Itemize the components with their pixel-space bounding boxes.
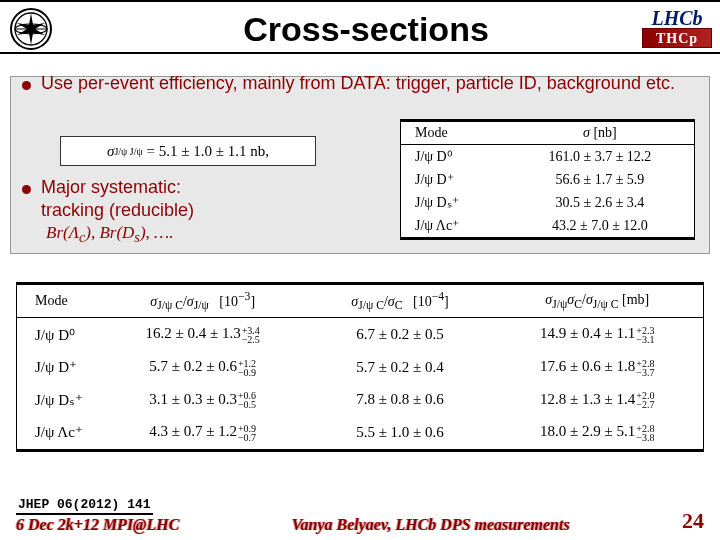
slide-title: Cross-sections bbox=[62, 10, 710, 49]
bullet-2a-text: Major systematic: bbox=[41, 176, 194, 199]
bullet-2: Major systematic: tracking (reducible) B… bbox=[22, 176, 372, 246]
footer: JHEP 06(2012) 141 6 Dec 2k+12 MPI@LHC Va… bbox=[0, 497, 720, 534]
slide: Cross-sections LHCb ТНСр Use per-event e… bbox=[0, 0, 720, 540]
bullet-1: Use per-event efficiency, mainly from DA… bbox=[22, 72, 698, 95]
th-mode: Mode bbox=[401, 121, 506, 145]
footer-left: JHEP 06(2012) 141 6 Dec 2k+12 MPI@LHC bbox=[16, 497, 179, 534]
th-mode: Mode bbox=[17, 284, 97, 318]
lhcb-text: LHCb bbox=[642, 8, 712, 28]
th-sigma: σ [nb] bbox=[506, 121, 694, 145]
bullet-2b-text: tracking (reducible) bbox=[41, 199, 194, 222]
author-label: Vanya Belyaev, LHCb DPS measurements bbox=[292, 516, 570, 534]
th-r2: σJ/ψ C/σC [10−4] bbox=[308, 284, 491, 318]
reference-label: JHEP 06(2012) 141 bbox=[16, 497, 153, 515]
conference-label: 6 Dec 2k+12 MPI@LHC bbox=[16, 516, 179, 534]
bullet-dot-icon bbox=[22, 81, 31, 90]
table-row: J/ψ Dₛ⁺30.5 ± 2.6 ± 3.4 bbox=[401, 191, 694, 214]
table-row: J/ψ D⁺ 5.7 ± 0.2 ± 0.6+1.2−0.9 5.7 ± 0.2… bbox=[17, 351, 703, 384]
th-r3: σJ/ψσC/σJ/ψ C [mb] bbox=[492, 284, 703, 318]
table-row: J/ψ Dₛ⁺ 3.1 ± 0.3 ± 0.3+0.6−0.5 7.8 ± 0.… bbox=[17, 384, 703, 417]
table-header-row: Mode σJ/ψ C/σJ/ψ [10−3] σJ/ψ C/σC [10−4]… bbox=[17, 284, 703, 318]
th-r1: σJ/ψ C/σJ/ψ [10−3] bbox=[97, 284, 308, 318]
bullet-2-sub: Br(Λc), Br(Ds), …. bbox=[46, 223, 372, 246]
table-row: J/ψ D⁰161.0 ± 3.7 ± 12.2 bbox=[401, 145, 694, 169]
formula-box: σJ/ψ J/ψ = 5.1 ± 1.0 ± 1.1 nb, bbox=[60, 136, 316, 166]
ratio-table: Mode σJ/ψ C/σJ/ψ [10−3] σJ/ψ C/σC [10−4]… bbox=[16, 282, 704, 452]
cross-section-table: Mode σ [nb] J/ψ D⁰161.0 ± 3.7 ± 12.2 J/ψ… bbox=[400, 119, 695, 240]
bullet-dot-icon bbox=[22, 185, 31, 194]
table-row: J/ψ Λc⁺ 4.3 ± 0.7 ± 1.2+0.9−0.7 5.5 ± 1.… bbox=[17, 416, 703, 450]
content-area: Use per-event efficiency, mainly from DA… bbox=[0, 54, 720, 95]
lhcb-bar: ТНСр bbox=[642, 28, 712, 48]
table-header-row: Mode σ [nb] bbox=[401, 121, 694, 145]
bullet-1-text: Use per-event efficiency, mainly from DA… bbox=[41, 72, 675, 95]
lhcb-logo-icon: LHCb ТНСр bbox=[642, 8, 712, 52]
table-row: J/ψ D⁰ 16.2 ± 0.4 ± 1.3+3.4−2.5 6.7 ± 0.… bbox=[17, 318, 703, 351]
table-row: J/ψ D⁺56.6 ± 1.7 ± 5.9 bbox=[401, 168, 694, 191]
header: Cross-sections LHCb ТНСр bbox=[0, 2, 720, 54]
logo-left-icon bbox=[10, 8, 52, 50]
page-number: 24 bbox=[682, 508, 704, 534]
table-row: J/ψ Λc⁺43.2 ± 7.0 ± 12.0 bbox=[401, 214, 694, 238]
